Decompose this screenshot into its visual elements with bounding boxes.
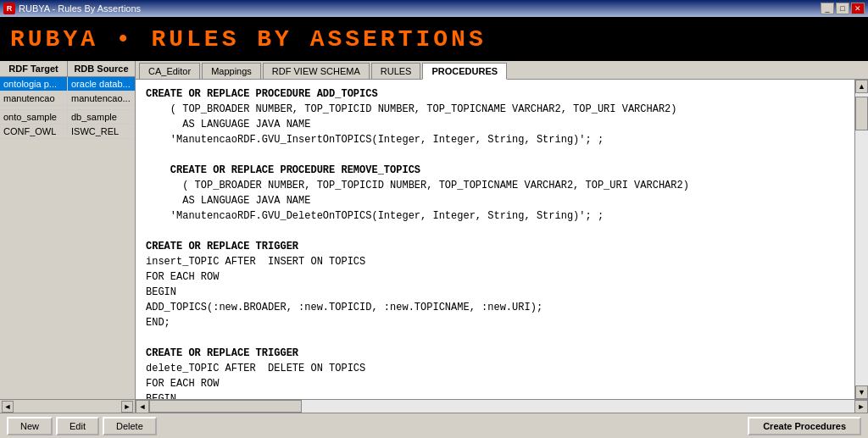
maximize-button[interactable]: □ bbox=[836, 3, 849, 14]
code-area-wrapper: CREATE OR REPLACE PROCEDURE ADD_TOPICS (… bbox=[136, 80, 868, 399]
app-icon: R bbox=[3, 3, 15, 14]
scroll-right-button[interactable]: ► bbox=[121, 401, 133, 413]
sidebar-cell-rdf: CONF_OWL bbox=[0, 125, 68, 138]
scroll-down-button[interactable]: ▼ bbox=[855, 385, 868, 399]
sidebar-cell-rdb: ISWC_REL bbox=[68, 125, 135, 138]
sidebar-cell-rdb: db_sample bbox=[68, 110, 135, 124]
main-panel: CA_Editor Mappings RDF VIEW SCHEMA RULES… bbox=[136, 61, 868, 413]
hscroll-right-button[interactable]: ► bbox=[854, 400, 868, 413]
vertical-scrollbar[interactable]: ▲ ▼ bbox=[854, 80, 868, 399]
list-item[interactable]: onto_sample db_sample bbox=[0, 110, 135, 125]
delete-button[interactable]: Delete bbox=[103, 417, 157, 435]
logo-separator: • bbox=[98, 26, 151, 53]
sidebar-cell-rdf: manutencao bbox=[0, 91, 68, 105]
tab-mappings[interactable]: Mappings bbox=[202, 63, 261, 79]
header: RUBYA • RULES BY ASSERTIONS bbox=[0, 17, 868, 61]
sidebar-footer: ◄ ► bbox=[0, 399, 135, 413]
logo-sub: RULES BY ASSERTIONS bbox=[151, 26, 486, 53]
create-procedures-button[interactable]: Create Procedures bbox=[748, 417, 861, 435]
sidebar-cell-rdf: onto_sample bbox=[0, 110, 68, 124]
code-editor[interactable]: CREATE OR REPLACE PROCEDURE ADD_TOPICS (… bbox=[136, 80, 854, 399]
tab-procedures[interactable]: PROCEDURES bbox=[422, 63, 507, 80]
scroll-thumb[interactable] bbox=[855, 97, 868, 130]
hscroll-left-button[interactable]: ◄ bbox=[136, 400, 149, 413]
sidebar: RDF Target RDB Source ontologia p... ora… bbox=[0, 61, 136, 413]
sidebar-cell-rdf bbox=[0, 106, 68, 109]
sidebar-cell-rdb: manutencao... bbox=[68, 91, 135, 105]
title-bar-title: R RUBYA - Rules By Assertions bbox=[3, 3, 141, 14]
sidebar-cell-rdb bbox=[68, 106, 135, 109]
close-button[interactable]: ✕ bbox=[851, 3, 865, 14]
list-item[interactable]: CONF_OWL ISWC_REL bbox=[0, 125, 135, 139]
main-container: RDF Target RDB Source ontologia p... ora… bbox=[0, 61, 868, 438]
scroll-track bbox=[855, 93, 868, 385]
tab-rdf-view-schema[interactable]: RDF VIEW SCHEMA bbox=[263, 63, 370, 79]
sidebar-col1-header: RDF Target bbox=[0, 61, 68, 76]
tabs-row: CA_Editor Mappings RDF VIEW SCHEMA RULES… bbox=[136, 61, 868, 80]
sidebar-col2-header: RDB Source bbox=[68, 61, 135, 76]
horizontal-scrollbar[interactable]: ◄ ► bbox=[136, 399, 868, 413]
list-item[interactable]: ontologia p... oracle datab... bbox=[0, 77, 135, 91]
sidebar-rows: ontologia p... oracle datab... manutenca… bbox=[0, 77, 135, 399]
hscroll-thumb[interactable] bbox=[149, 400, 302, 413]
new-button[interactable]: New bbox=[7, 417, 53, 435]
logo: RUBYA • RULES BY ASSERTIONS bbox=[10, 26, 487, 53]
scroll-left-button[interactable]: ◄ bbox=[2, 401, 14, 413]
sidebar-cell-rdb: oracle datab... bbox=[68, 77, 135, 91]
window-title: RUBYA - Rules By Assertions bbox=[19, 3, 141, 14]
sidebar-header: RDF Target RDB Source bbox=[0, 61, 135, 77]
sidebar-cell-rdf: ontologia p... bbox=[0, 77, 68, 91]
title-bar-controls: _ □ ✕ bbox=[821, 3, 865, 14]
bottom-buttons-left: New Edit Delete bbox=[7, 417, 157, 435]
edit-button[interactable]: Edit bbox=[56, 417, 99, 435]
title-bar: R RUBYA - Rules By Assertions _ □ ✕ bbox=[0, 0, 868, 17]
list-item[interactable]: manutencao manutencao... bbox=[0, 91, 135, 106]
tab-ca-editor[interactable]: CA_Editor bbox=[139, 63, 200, 79]
hscroll-track bbox=[149, 400, 854, 413]
content-area: RDF Target RDB Source ontologia p... ora… bbox=[0, 61, 868, 413]
logo-main: RUBYA bbox=[10, 26, 98, 53]
minimize-button[interactable]: _ bbox=[821, 3, 834, 14]
scroll-up-button[interactable]: ▲ bbox=[855, 80, 868, 93]
tab-rules[interactable]: RULES bbox=[371, 63, 421, 79]
bottom-bar: New Edit Delete Create Procedures bbox=[0, 413, 868, 438]
